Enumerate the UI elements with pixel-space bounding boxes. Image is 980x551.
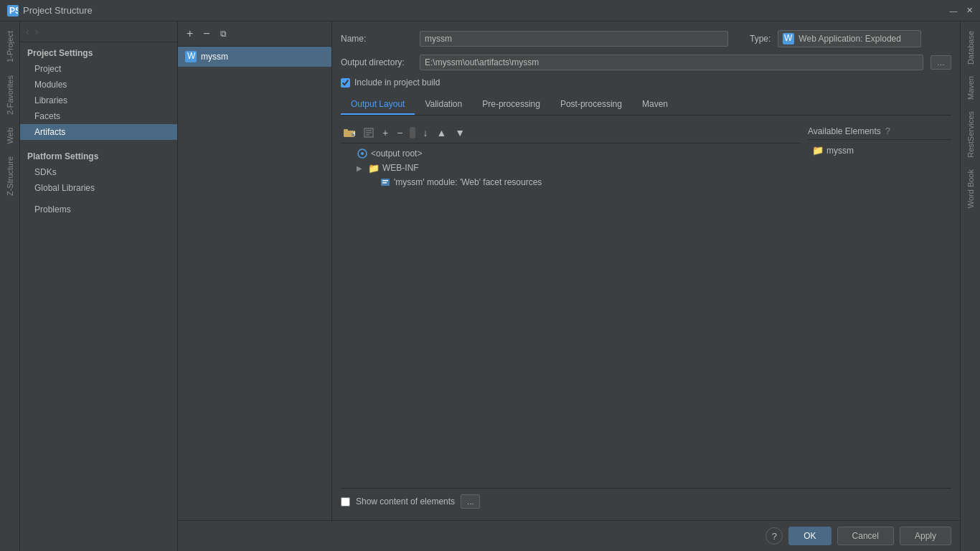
forward-button[interactable]: › — [35, 26, 39, 37]
minimize-button[interactable]: — — [948, 6, 958, 16]
tab-pre-processing[interactable]: Pre-processing — [472, 95, 550, 115]
svg-text:W: W — [784, 34, 793, 43]
remove-artifact-button[interactable]: − — [200, 26, 212, 42]
available-label: Available Elements — [808, 126, 881, 136]
browse-button[interactable]: … — [930, 55, 951, 70]
type-value: Web Application: Exploded — [798, 34, 901, 44]
output-tool-folder-btn[interactable]: + — [341, 126, 358, 139]
window-controls: — ✕ — [948, 6, 974, 16]
tree-item-label-web-inf: WEB-INF — [382, 163, 419, 173]
svg-rect-18 — [382, 182, 387, 184]
nav-item-global-libraries[interactable]: Global Libraries — [20, 180, 177, 196]
back-button[interactable]: ‹ — [26, 26, 29, 37]
type-icon: W — [783, 33, 794, 44]
svg-rect-7 — [344, 129, 348, 131]
tree-arrow-web-inf[interactable]: ▶ — [357, 164, 365, 172]
show-content-label: Show content of elements — [356, 496, 455, 507]
nav-item-sdks[interactable]: SDKs — [20, 164, 177, 180]
output-tool-sort-btn[interactable]: ↓ — [420, 126, 430, 140]
name-type-row: Name: Type: W Web Application: Exploded — [341, 30, 951, 47]
tree-item-label: <output root> — [371, 149, 422, 159]
folder-icon: 📁 — [368, 163, 380, 173]
output-tool-add-btn[interactable]: + — [380, 126, 391, 140]
type-field: W Web Application: Exploded — [778, 30, 921, 47]
svg-rect-17 — [382, 180, 388, 182]
sidebar-tab-wordbook[interactable]: Word Book — [965, 164, 976, 214]
tree-item-web-inf[interactable]: ▶ 📁 WEB-INF — [341, 161, 801, 175]
available-elements-panel: Available Elements ? 📁 myssm — [808, 123, 951, 481]
cancel-button[interactable]: Cancel — [837, 527, 894, 545]
available-header: Available Elements ? — [808, 123, 951, 140]
nav-separator — [20, 140, 177, 146]
title-bar: PS Project Structure — ✕ — [0, 0, 980, 22]
nav-item-facets[interactable]: Facets — [20, 108, 177, 124]
include-build-checkbox[interactable] — [341, 78, 350, 88]
type-label: Type: — [750, 34, 771, 44]
sidebar-tab-zstructure[interactable]: Z-Structure — [4, 151, 16, 202]
sidebar-tab-2favorites[interactable]: 2-Favorites — [4, 70, 16, 121]
sidebar-tab-maven[interactable]: Maven — [965, 70, 976, 105]
output-dir-input[interactable] — [420, 55, 923, 70]
output-left: + + − ↓ ▲ ▼ — [341, 123, 801, 481]
output-tool-file-btn[interactable] — [361, 126, 377, 139]
name-label: Name: — [341, 34, 413, 44]
ok-button[interactable]: OK — [788, 527, 831, 545]
include-build-row: Include in project build — [341, 77, 951, 88]
help-button[interactable]: ? — [765, 527, 783, 545]
tabs-bar: Output Layout Validation Pre-processing … — [341, 95, 951, 116]
artifact-list-panel: + − ⧉ W myssm — [178, 22, 332, 520]
dialog-title: Project Structure — [23, 5, 93, 16]
sidebar-tab-1project[interactable]: 1-Project — [4, 25, 16, 68]
tab-output-layout[interactable]: Output Layout — [341, 95, 415, 115]
tree-item-output-root[interactable]: <output root> — [341, 146, 801, 161]
available-folder-icon: 📁 — [812, 145, 824, 156]
output-tool-up-btn[interactable]: ▲ — [433, 126, 449, 140]
output-layout-area: + + − ↓ ▲ ▼ — [341, 123, 951, 481]
svg-text:PS: PS — [9, 6, 18, 16]
content-row: + − ⧉ W myssm — [178, 22, 960, 520]
name-input[interactable] — [420, 31, 728, 47]
nav-item-project[interactable]: Project — [20, 61, 177, 77]
available-item-label: myssm — [826, 146, 854, 156]
nav-item-artifacts[interactable]: Artifacts — [20, 124, 177, 140]
close-button[interactable]: ✕ — [964, 6, 974, 16]
apply-button[interactable]: Apply — [900, 527, 951, 545]
add-artifact-button[interactable]: + — [184, 26, 196, 42]
right-side-panels: Database Maven RestServices Word Book — [960, 22, 980, 551]
sidebar-tab-web[interactable]: Web — [4, 122, 16, 149]
sidebar-tab-restservices[interactable]: RestServices — [965, 105, 976, 164]
output-tool-down-btn[interactable]: ▼ — [452, 126, 468, 140]
copy-artifact-button[interactable]: ⧉ — [217, 27, 230, 40]
tree-item-myssm-module[interactable]: 'myssm' module: 'Web' facet resources — [341, 175, 801, 189]
center-panel: + − ⧉ W myssm — [178, 22, 960, 551]
tab-validation[interactable]: Validation — [415, 95, 472, 115]
app-icon: PS — [7, 5, 19, 17]
sidebar-tab-database[interactable]: Database — [965, 25, 976, 70]
ide-left-panel: 1-Project 2-Favorites Web Z-Structure — [0, 22, 20, 551]
artifact-list-toolbar: + − ⧉ — [178, 22, 331, 47]
tab-post-processing[interactable]: Post-processing — [550, 95, 632, 115]
output-tool-remove-btn[interactable]: − — [394, 126, 405, 140]
output-tree: <output root> ▶ 📁 WEB-INF — [341, 143, 801, 481]
svg-point-15 — [361, 152, 364, 155]
output-toolbar: + + − ↓ ▲ ▼ — [341, 123, 801, 143]
output-dir-label: Output directory: — [341, 57, 413, 67]
nav-back-forward: ‹ › — [20, 22, 177, 42]
tab-maven[interactable]: Maven — [632, 95, 678, 115]
nav-item-libraries[interactable]: Libraries — [20, 93, 177, 108]
detail-panel: Name: Type: W Web Application: Exploded — [332, 22, 960, 520]
show-content-row: Show content of elements ... — [341, 488, 951, 512]
nav-item-modules[interactable]: Modules — [20, 77, 177, 93]
tree-item-label-module: 'myssm' module: 'Web' facet resources — [394, 177, 542, 187]
svg-text:+: + — [352, 128, 355, 138]
svg-text:W: W — [187, 52, 196, 61]
nav-item-problems[interactable]: Problems — [20, 202, 177, 217]
show-content-checkbox[interactable] — [341, 497, 350, 507]
show-content-btn[interactable]: ... — [461, 494, 480, 509]
artifact-item-myssm[interactable]: W myssm — [178, 47, 331, 67]
toolbar-separator — [410, 127, 415, 138]
help-icon[interactable]: ? — [885, 126, 890, 136]
platform-settings-header: Platform Settings — [20, 146, 177, 164]
nav-panel: ‹ › Project Settings Project Modules Lib… — [20, 22, 178, 551]
available-item-myssm[interactable]: 📁 myssm — [808, 143, 951, 158]
